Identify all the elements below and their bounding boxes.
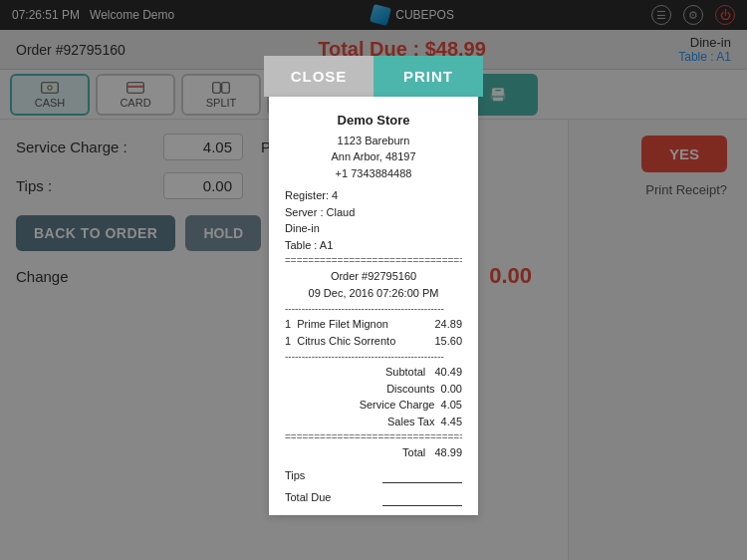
receipt-tips: Tips bbox=[285, 467, 462, 484]
receipt-item-2: 1 Citrus Chic Sorrento 15.60 bbox=[285, 333, 462, 350]
receipt-modal-overlay: CLOSE PRINT Demo Store 1123 Bareburn Ann… bbox=[0, 0, 747, 560]
receipt-tips-suggestions-header: Tips Suggestions bbox=[285, 512, 462, 516]
receipt-paper: Demo Store 1123 Bareburn Ann Arbor, 4819… bbox=[269, 97, 478, 515]
receipt-item-1: 1 Prime Filet Mignon 24.89 bbox=[285, 316, 462, 333]
receipt-order-number: Order #92795160 bbox=[285, 268, 462, 285]
receipt-register: Register: 4 bbox=[285, 187, 462, 204]
receipt-table: Table : A1 bbox=[285, 237, 462, 254]
receipt-discounts: Discounts 0.00 bbox=[285, 381, 462, 398]
receipt-dine-type: Dine-in bbox=[285, 220, 462, 237]
receipt-sales-tax: Sales Tax 4.45 bbox=[285, 414, 462, 430]
modal-close-button[interactable]: CLOSE bbox=[264, 56, 374, 97]
receipt-divider-2: ----------------------------------------… bbox=[285, 301, 462, 316]
receipt-divider-1: ================================ bbox=[285, 253, 462, 268]
receipt-total-due: Total Due bbox=[285, 489, 462, 506]
receipt-divider-3: ----------------------------------------… bbox=[285, 349, 462, 364]
receipt-address2: Ann Arbor, 48197 bbox=[285, 148, 462, 165]
receipt-total: Total 48.99 bbox=[285, 444, 462, 461]
receipt-store-name: Demo Store bbox=[285, 111, 462, 131]
modal-print-button[interactable]: PRINT bbox=[374, 56, 483, 97]
receipt-divider-4: ================================ bbox=[285, 429, 462, 444]
receipt-date: 09 Dec, 2016 07:26:00 PM bbox=[285, 285, 462, 302]
receipt-subtotal: Subtotal 40.49 bbox=[285, 364, 462, 381]
receipt-phone: +1 7343884488 bbox=[285, 165, 462, 182]
modal-action-buttons: CLOSE PRINT bbox=[264, 56, 483, 97]
receipt-address1: 1123 Bareburn bbox=[285, 133, 462, 149]
receipt-service-charge: Service Charge 4.05 bbox=[285, 397, 462, 414]
receipt-server: Server : Claud bbox=[285, 204, 462, 221]
